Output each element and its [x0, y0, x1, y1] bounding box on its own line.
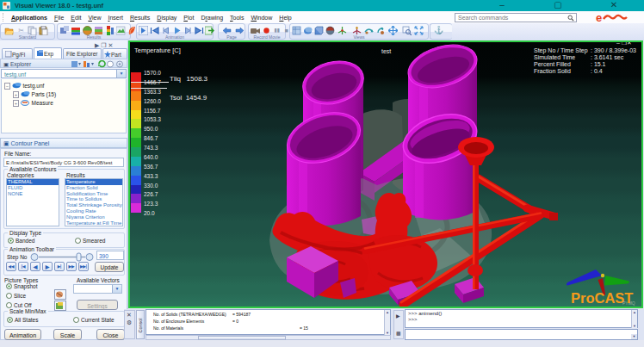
- svg-text:ProCAST: ProCAST: [571, 290, 633, 306]
- svg-text:e: e: [596, 12, 602, 23]
